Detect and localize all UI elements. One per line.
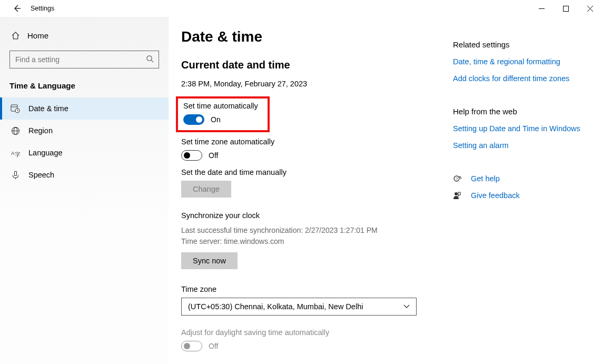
language-icon: A字: [11, 148, 20, 158]
close-button[interactable]: [578, 0, 602, 17]
change-button: Change: [181, 181, 231, 198]
current-datetime: 2:38 PM, Monday, February 27, 2023: [181, 80, 432, 88]
sidebar-item-label: Language: [28, 149, 63, 157]
svg-text:?: ?: [456, 176, 458, 181]
svg-text:A: A: [11, 150, 15, 155]
dst-state: Off: [209, 342, 218, 350]
svg-point-21: [455, 192, 458, 195]
calendar-clock-icon: [11, 104, 20, 113]
set-time-auto-state: On: [211, 115, 221, 124]
dst-toggle: [181, 341, 202, 351]
svg-line-6: [151, 60, 153, 62]
set-time-auto-label: Set time automatically: [183, 102, 262, 110]
set-zone-auto-state: Off: [209, 151, 218, 160]
globe-icon: [11, 126, 20, 135]
chevron-down-icon: [403, 303, 410, 310]
back-button[interactable]: [11, 2, 23, 15]
help-heading: Help from the web: [453, 107, 600, 116]
help-icon: ?: [453, 174, 462, 183]
sync-last: Last successful time synchronization: 2/…: [181, 225, 432, 236]
sidebar-item-label: Date & time: [28, 104, 68, 113]
sync-server: Time server: time.windows.com: [181, 236, 432, 247]
maximize-button[interactable]: [554, 0, 578, 17]
svg-rect-2: [563, 6, 568, 11]
sidebar-item-speech[interactable]: Speech: [0, 164, 169, 186]
get-help-link[interactable]: Get help: [471, 174, 500, 183]
home-nav[interactable]: Home: [0, 26, 169, 44]
timezone-label: Time zone: [181, 285, 432, 293]
set-zone-auto-toggle[interactable]: [181, 150, 202, 161]
sidebar-item-region[interactable]: Region: [0, 120, 169, 142]
search-icon: [146, 55, 154, 64]
set-time-auto-toggle[interactable]: [183, 114, 204, 125]
set-zone-auto-label: Set time zone automatically: [181, 137, 432, 146]
page-title: Date & time: [181, 28, 432, 45]
sync-now-button[interactable]: Sync now: [181, 252, 238, 269]
current-heading: Current date and time: [181, 59, 432, 71]
app-title: Settings: [31, 5, 54, 12]
dst-label: Adjust for daylight saving time automati…: [181, 328, 432, 337]
sidebar-item-label: Speech: [28, 171, 54, 179]
search-input[interactable]: [9, 51, 159, 68]
give-feedback-link[interactable]: Give feedback: [471, 191, 520, 200]
link-date-time-formatting[interactable]: Date, time & regional formatting: [453, 57, 600, 66]
svg-text:字: 字: [15, 151, 20, 157]
timezone-dropdown[interactable]: (UTC+05:30) Chennai, Kolkata, Mumbai, Ne…: [181, 298, 417, 316]
sync-heading: Synchronize your clock: [181, 211, 432, 220]
sidebar-item-date-time[interactable]: Date & time: [0, 97, 169, 120]
sidebar-item-language[interactable]: A字 Language: [0, 142, 169, 164]
link-setting-up-date-time[interactable]: Setting up Date and Time in Windows: [453, 124, 600, 133]
highlight-box: Set time automatically On: [176, 96, 270, 132]
svg-point-5: [147, 56, 152, 61]
svg-rect-17: [14, 171, 16, 176]
feedback-icon: [453, 191, 462, 200]
microphone-icon: [11, 170, 20, 180]
section-label: Time & Language: [0, 78, 169, 97]
timezone-value: (UTC+05:30) Chennai, Kolkata, Mumbai, Ne…: [188, 302, 363, 311]
manual-label: Set the date and time manually: [181, 168, 432, 176]
link-add-clocks[interactable]: Add clocks for different time zones: [453, 74, 600, 83]
home-icon: [11, 31, 20, 40]
home-label: Home: [27, 31, 48, 40]
related-settings-heading: Related settings: [453, 40, 600, 49]
minimize-button[interactable]: [529, 0, 554, 17]
link-setting-alarm[interactable]: Setting an alarm: [453, 141, 600, 150]
sidebar-item-label: Region: [28, 126, 53, 135]
